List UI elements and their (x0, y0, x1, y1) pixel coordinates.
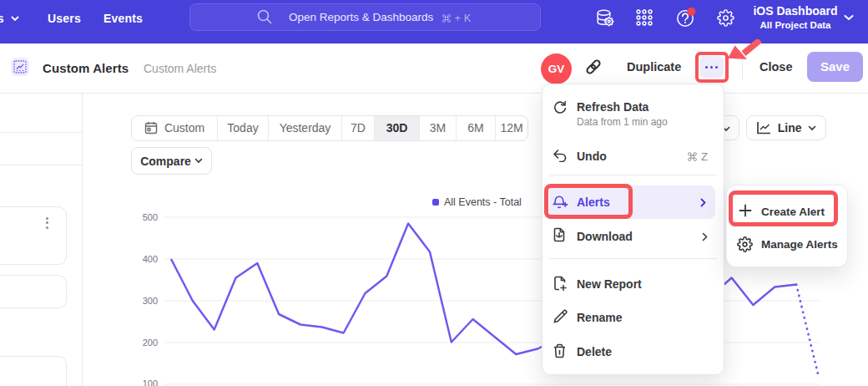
svg-text:100: 100 (143, 378, 158, 386)
svg-text:300: 300 (143, 296, 158, 306)
svg-text:200: 200 (143, 338, 158, 348)
svg-text:All Events - Total: All Events - Total (444, 196, 522, 208)
svg-text:400: 400 (143, 254, 158, 264)
svg-text:500: 500 (143, 212, 158, 222)
